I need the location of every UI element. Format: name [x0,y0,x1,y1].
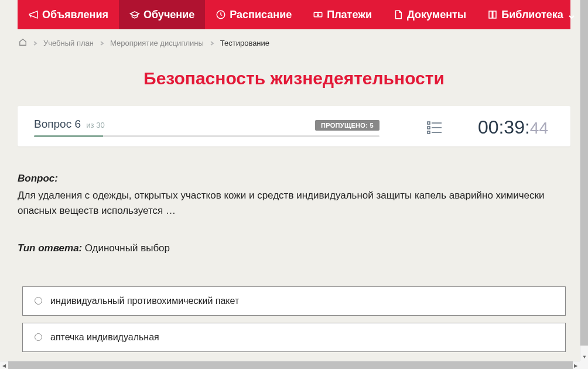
answer-type-label: Тип ответа: [18,242,82,254]
skipped-badge: ПРОПУЩЕНО: 5 [315,120,380,131]
nav-label: Объявления [42,9,108,21]
home-icon[interactable] [19,38,27,48]
main-nav: Объявления Обучение Расписание Платежи Д… [18,0,570,29]
nav-item-schedule[interactable]: Расписание [205,0,302,29]
progress-bar [34,135,380,137]
answer-type-value: Одиночный выбор [85,242,170,254]
nav-item-learning[interactable]: Обучение [119,0,205,29]
breadcrumb-current: Тестирование [220,39,269,47]
answer-option[interactable]: аптечка индивидуальная [22,323,566,352]
scroll-left-arrow-icon[interactable]: ◀ [0,361,8,369]
breadcrumb-link-event[interactable]: Мероприятие дисциплины [110,39,204,47]
graduation-cap-icon [129,9,140,20]
chevron-right-icon [210,39,214,47]
book-icon [487,9,498,20]
answer-option[interactable]: индивидуальный противохимический пакет [22,286,566,316]
question-label: Вопрос: [18,173,570,184]
svg-point-2 [317,14,319,16]
scroll-right-arrow-icon[interactable]: ▶ [572,361,580,369]
scrollbar-horizontal[interactable]: ◀ ▶ [0,361,580,369]
nav-label: Платежи [327,9,372,21]
svg-rect-3 [428,122,430,124]
svg-rect-5 [428,127,430,129]
question-progress: Вопрос 6 из 30 ПРОПУЩЕНО: 5 [34,118,380,137]
question-total: из 30 [86,121,104,129]
megaphone-icon [28,9,39,20]
question-number: Вопрос 6 [34,118,84,130]
page-title: Безопасность жизнедеятельности [18,69,570,88]
svg-rect-7 [428,131,430,134]
chevron-right-icon [100,39,104,47]
svg-rect-1 [314,12,322,17]
nav-label: Расписание [230,9,292,21]
chevron-down-icon [568,11,575,18]
question-list-icon[interactable] [426,119,443,136]
breadcrumb-link-plan[interactable]: Учебный план [43,39,94,47]
document-icon [393,9,404,20]
timer-ms: 44 [530,119,548,138]
nav-item-library[interactable]: Библиотека [477,0,586,29]
radio-icon [35,297,42,305]
radio-icon [35,333,42,341]
progress-fill [34,135,103,137]
quiz-header: Вопрос 6 из 30 ПРОПУЩЕНО: 5 [18,106,570,146]
answer-text: индивидуальный противохимический пакет [50,296,239,306]
scrollbar-corner [580,361,588,369]
question-text: Для удаления с одежды, открытых участков… [18,188,570,219]
question-block: Вопрос: Для удаления с одежды, открытых … [18,173,570,219]
scrollbar-thumb[interactable] [580,0,588,346]
answer-options: индивидуальный противохимический пакет а… [18,286,570,352]
scroll-down-arrow-icon[interactable]: ▼ [580,353,588,361]
nav-item-payments[interactable]: Платежи [302,0,382,29]
clock-icon [216,9,226,20]
nav-item-documents[interactable]: Документы [382,0,477,29]
scrollbar-thumb[interactable] [8,361,573,369]
scrollbar-vertical[interactable]: ▼ [580,0,588,361]
answer-text: аптечка индивидуальная [50,332,159,343]
answer-type-block: Тип ответа: Одиночный выбор [18,242,570,254]
timer-main: 00:39: [478,117,530,138]
timer: 00:39:44 [478,117,548,138]
nav-label: Обучение [143,9,194,21]
nav-item-announcements[interactable]: Объявления [18,0,119,29]
nav-label: Библиотека [501,9,563,21]
chevron-right-icon [33,39,37,47]
nav-label: Документы [407,9,466,21]
breadcrumb: Учебный план Мероприятие дисциплины Тест… [18,29,570,57]
money-icon [313,9,323,20]
